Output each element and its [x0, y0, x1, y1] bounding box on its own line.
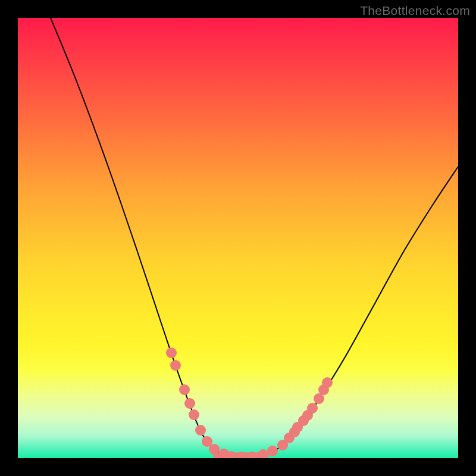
marker-dot: [322, 377, 333, 388]
marker-dot: [189, 409, 199, 420]
marker-dot: [179, 384, 190, 395]
marker-dot: [184, 398, 195, 409]
marker-dot: [209, 444, 220, 455]
marker-dot: [195, 425, 206, 436]
marker-dot: [166, 347, 177, 358]
watermark-label: TheBottleneck.com: [360, 4, 470, 18]
chart-frame: TheBottleneck.com: [0, 0, 476, 476]
marker-dot: [307, 403, 318, 414]
marker-dot: [170, 360, 181, 371]
marker-dot: [267, 446, 278, 456]
marker-dot: [258, 449, 268, 458]
chart-plot-area: [18, 18, 458, 458]
highlight-markers: [166, 347, 333, 458]
bottleneck-curve: [51, 18, 458, 457]
chart-svg: [18, 18, 458, 458]
